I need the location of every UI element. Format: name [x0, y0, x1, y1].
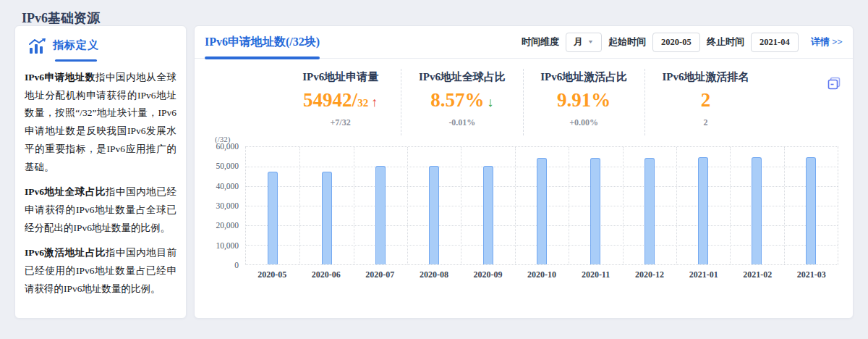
vertical-gridline — [461, 147, 461, 264]
vertical-gridline — [299, 147, 300, 264]
detail-link[interactable]: 详情 >> — [811, 35, 843, 49]
bar-2020-10 — [537, 158, 547, 264]
y-tick-label: 0 — [234, 261, 239, 269]
bar-2020-07 — [375, 166, 386, 264]
stats-row: IPv6地址申请量 54942/32↑ +7/32 IPv6地址全球占比 8.5… — [280, 69, 766, 135]
definitions-card: 指标定义 IPv6申请地址数指中国内地从全球地址分配机构申请获得的IPv6地址数… — [14, 25, 187, 319]
vertical-gridline — [676, 147, 677, 264]
bar-2021-02 — [752, 157, 762, 264]
bar-2021-03 — [806, 157, 816, 264]
content: 指标定义 IPv6申请地址数指中国内地从全球地址分配机构申请获得的IPv6地址数… — [0, 25, 868, 319]
stat-delta: 2 — [645, 117, 766, 128]
stat-delta: +7/32 — [280, 117, 401, 128]
y-tick-label: 30,000 — [216, 201, 239, 210]
trend-arrow-icon: ↑ — [371, 95, 378, 109]
ipv6-applied-addresses-panel: IPv6申请地址数(/32块) 时间维度 月 ▼ 起始时间 2020-05 终止… — [194, 25, 854, 319]
stat-label: IPv6地址全球占比 — [401, 70, 522, 84]
x-tick-label: 2020-07 — [353, 269, 407, 280]
bar-2020-09 — [483, 166, 493, 264]
bar-2020-11 — [590, 158, 600, 264]
bar-2021-01 — [698, 157, 708, 264]
stat-value: 54942/32↑ — [280, 91, 401, 110]
bar-chart: (/32) 010,00020,00030,00040,00050,00060,… — [212, 135, 838, 287]
dimension-selected-value: 月 — [574, 35, 583, 49]
bar-chart-trend-icon — [29, 38, 46, 54]
x-tick-label: 2020-11 — [569, 269, 623, 280]
bar-2020-05 — [268, 172, 278, 264]
stat-value: 9.91% — [524, 91, 644, 110]
stat-item: IPv6地址激活排名 2 2 — [644, 69, 766, 135]
definitions-title-wrap: 指标定义 — [53, 38, 99, 62]
x-tick-label: 2020-05 — [245, 269, 299, 280]
tab-ipv6-applied-addresses[interactable]: IPv6申请地址数(/32块) — [205, 26, 320, 59]
bar-2020-08 — [429, 166, 439, 264]
definitions-title-underline — [55, 59, 97, 62]
bar-2020-06 — [322, 172, 332, 264]
chart-body: 010,00020,00030,00040,00050,00060,000 — [212, 146, 838, 265]
definition-paragraph: IPv6申请地址数指中国内地从全球地址分配机构申请获得的IPv6地址数量，按照“… — [25, 69, 176, 176]
y-axis: 010,00020,00030,00040,00050,00060,000 — [212, 146, 245, 265]
end-time-label: 终止时间 — [707, 35, 744, 49]
stat-label: IPv6地址激活占比 — [524, 70, 644, 84]
x-axis: 2020-052020-062020-072020-082020-092020-… — [245, 265, 838, 284]
bar-2020-12 — [644, 158, 655, 264]
vertical-gridline — [515, 147, 516, 264]
stat-delta: -0.01% — [401, 117, 522, 128]
panel-header: IPv6申请地址数(/32块) 时间维度 月 ▼ 起始时间 2020-05 终止… — [195, 26, 853, 59]
x-tick-label: 2020-06 — [299, 269, 354, 280]
x-tick-label: 2020-08 — [407, 269, 461, 280]
chevron-down-icon: ▼ — [587, 39, 594, 45]
x-tick-label: 2020-12 — [623, 269, 677, 280]
definitions-title: 指标定义 — [53, 38, 99, 52]
start-time-input[interactable]: 2020-05 — [652, 33, 700, 52]
stat-item: IPv6地址全球占比 8.57%↓ -0.01% — [401, 69, 522, 135]
vertical-gridline — [569, 147, 569, 264]
start-time-label: 起始时间 — [608, 35, 646, 49]
definition-term: IPv6激活地址占比 — [25, 247, 106, 258]
duplicate-copy-icon[interactable] — [827, 77, 841, 90]
definition-paragraph: IPv6地址全球占比指中国内地已经申请获得的IPv6地址数量占全球已经分配出的I… — [25, 183, 176, 237]
y-tick-label: 40,000 — [216, 182, 239, 191]
stat-delta: +0.00% — [524, 117, 644, 128]
y-tick-label: 10,000 — [216, 241, 239, 250]
dimension-label: 时间维度 — [522, 35, 559, 49]
y-tick-label: 20,000 — [216, 221, 239, 230]
time-controls: 时间维度 月 ▼ 起始时间 2020-05 终止时间 2021-04 详情 >> — [522, 33, 843, 52]
vertical-gridline — [354, 147, 354, 264]
vertical-gridline — [407, 147, 408, 264]
x-tick-label: 2021-02 — [731, 269, 785, 280]
y-axis-unit-label: (/32) — [215, 135, 838, 146]
definition-text: 指中国内地从全球地址分配机构申请获得的IPv6地址数量，按照“/32”地址块计量… — [25, 72, 176, 172]
x-tick-label: 2020-09 — [461, 269, 515, 280]
definition-term: IPv6地址全球占比 — [25, 186, 106, 197]
definition-paragraph: IPv6激活地址占比指中国内地目前已经使用的IPv6地址数量占已经申请获得的IP… — [25, 244, 176, 298]
x-tick-label: 2020-10 — [515, 269, 569, 280]
stat-value: 8.57%↓ — [401, 91, 522, 110]
end-time-input[interactable]: 2021-04 — [751, 33, 799, 52]
stat-label: IPv6地址申请量 — [280, 70, 401, 84]
dimension-select[interactable]: 月 ▼ — [566, 33, 602, 52]
definition-term: IPv6申请地址数 — [25, 72, 95, 83]
vertical-gridline — [730, 147, 731, 264]
plot-area — [245, 146, 838, 265]
y-tick-label: 50,000 — [216, 162, 239, 170]
vertical-gridline — [623, 147, 624, 264]
x-tick-label: 2021-01 — [676, 269, 731, 280]
stat-value: 2 — [645, 91, 766, 110]
x-tick-label: 2021-03 — [784, 269, 838, 280]
stat-item: IPv6地址激活占比 9.91% +0.00% — [523, 69, 644, 135]
stat-item: IPv6地址申请量 54942/32↑ +7/32 — [280, 69, 401, 135]
trend-arrow-icon: ↓ — [488, 95, 494, 109]
stat-label: IPv6地址激活排名 — [645, 70, 766, 84]
definitions-header: 指标定义 — [25, 37, 176, 62]
definitions-list: IPv6申请地址数指中国内地从全球地址分配机构申请获得的IPv6地址数量，按照“… — [25, 69, 176, 298]
y-tick-label: 60,000 — [216, 142, 239, 151]
page-title: IPv6基础资源 — [0, 0, 868, 25]
vertical-gridline — [784, 147, 785, 264]
